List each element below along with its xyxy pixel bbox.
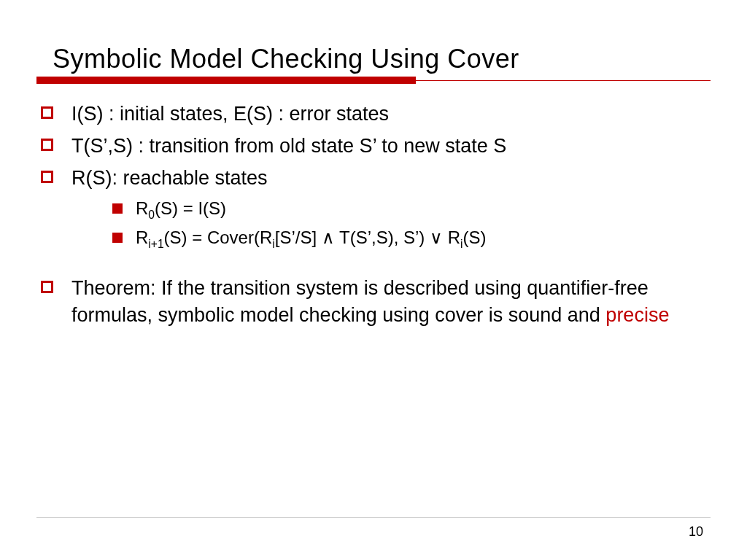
sub-list: R0(S) = I(S) Ri+1(S) = Cover(Ri[S’/S] ∧ … [71,196,711,249]
sub-text: (S) [462,228,486,247]
sub-item: Ri+1(S) = Cover(Ri[S’/S] ∧ T(S’,S), S’) … [71,225,711,250]
bullet-item: T(S’,S) : transition from old state S’ t… [36,133,711,160]
highlight-text: precise [605,304,669,326]
sub-text: [S’/S] ∧ T(S’,S), S’) ∨ R [275,228,460,247]
bullet-list: I(S) : initial states, E(S) : error stat… [36,101,711,250]
bullet-text: Theorem: If the transition system is des… [71,277,649,327]
sub-text: (S) = Cover(R [164,228,273,247]
bullet-text: I(S) : initial states, E(S) : error stat… [71,103,389,125]
spacer [36,254,711,275]
sub-text: (S) = I(S) [155,198,226,218]
bullet-item: R(S): reachable states R0(S) = I(S) Ri+1… [36,165,711,250]
bullet-item: I(S) : initial states, E(S) : error stat… [36,101,711,128]
sub-item: R0(S) = I(S) [71,196,711,221]
page-number: 10 [689,524,703,540]
bullet-item: Theorem: If the transition system is des… [36,275,711,330]
bullet-text: R(S): reachable states [71,167,268,189]
rule-thick [36,77,416,84]
sub-text: R [136,198,148,218]
bullet-text: T(S’,S) : transition from old state S’ t… [71,135,506,157]
sub-text: R [136,228,148,247]
rule-thin [416,80,711,81]
subscript: 0 [148,209,155,221]
slide: Symbolic Model Checking Using Cover I(S)… [0,0,747,560]
bullet-list: Theorem: If the transition system is des… [36,275,711,330]
slide-title: Symbolic Model Checking Using Cover [53,44,711,74]
footer-rule [36,517,711,518]
subscript: i+1 [148,238,163,250]
